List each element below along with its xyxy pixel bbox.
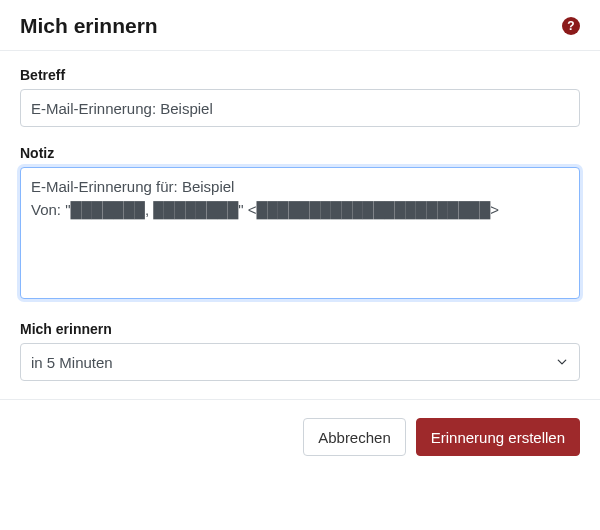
note-textarea[interactable] <box>20 167 580 299</box>
cancel-button[interactable]: Abbrechen <box>303 418 406 456</box>
remind-label: Mich erinnern <box>20 321 580 337</box>
dialog-footer: Abbrechen Erinnerung erstellen <box>0 399 600 474</box>
subject-input[interactable] <box>20 89 580 127</box>
subject-group: Betreff <box>20 67 580 127</box>
submit-button[interactable]: Erinnerung erstellen <box>416 418 580 456</box>
dialog-header: Mich erinnern ? <box>0 0 600 51</box>
help-icon[interactable]: ? <box>562 17 580 35</box>
note-group: Notiz <box>20 145 580 303</box>
subject-label: Betreff <box>20 67 580 83</box>
note-label: Notiz <box>20 145 580 161</box>
remind-group: Mich erinnern in 5 Minuten <box>20 321 580 381</box>
dialog-title: Mich erinnern <box>20 14 158 38</box>
remind-select[interactable]: in 5 Minuten <box>20 343 580 381</box>
dialog-body: Betreff Notiz Mich erinnern in 5 Minuten <box>0 51 600 381</box>
